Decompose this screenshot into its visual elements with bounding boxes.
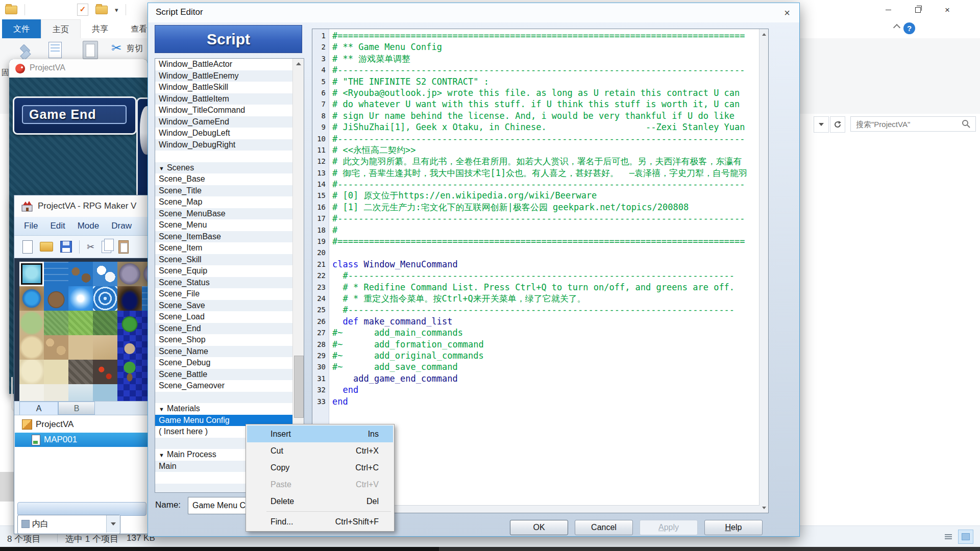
rpg-menu-mode[interactable]: Mode [78,221,100,231]
tile-light-burst[interactable] [68,286,93,311]
collapse-ribbon-icon[interactable] [892,23,902,31]
tile-snow-1[interactable] [19,384,44,401]
script-list-item[interactable]: Scene_Status [155,277,293,289]
scrollbar-thumb[interactable] [294,356,304,418]
save-project-icon[interactable] [60,241,72,253]
new-project-icon[interactable] [22,240,33,254]
code-line[interactable]: 14#-------------------------------------… [312,179,760,190]
tile-gravel[interactable] [68,360,93,384]
code-line[interactable]: 11# <<永恒高二契约>> [312,144,760,156]
tile-stone-pool[interactable] [117,262,142,286]
code-line[interactable]: 33end [312,396,760,407]
explorer-tab-共享[interactable]: 共享 [81,19,119,38]
tile-lava-rock[interactable] [93,360,117,384]
code-line[interactable]: 6# <Ryouba@outlook.jp> wrote this file. … [312,87,760,98]
tile-water-pool-selected[interactable] [19,262,44,286]
script-list-item[interactable]: Scene_ItemBase [155,231,293,243]
code-line[interactable]: 17#-------------------------------------… [312,213,760,224]
scroll-down-icon[interactable] [760,503,768,513]
new-folder-icon[interactable] [95,6,108,14]
script-list-item[interactable]: Window_DebugRight [155,139,293,151]
code-line[interactable]: 32 end [312,384,760,395]
script-list-item[interactable]: Scene_Shop [155,334,293,346]
code-line[interactable]: 20 [312,247,760,258]
cut-icon[interactable]: ✂ [111,41,121,55]
palette-tab-a[interactable]: A [19,402,58,415]
cut-icon[interactable]: ✂ [87,241,94,253]
script-list-item[interactable]: Scene_Gameover [155,380,293,392]
search-icon[interactable] [962,119,970,128]
code-line[interactable]: 30#~ add_save_command [312,361,760,372]
tile-whirlpool[interactable] [93,286,117,311]
script-list-category[interactable]: ▼Materials [155,403,293,415]
script-list-item[interactable]: Scene_MenuBase [155,208,293,220]
code-line[interactable]: 2# ** Game Menu Config [312,41,760,53]
tile-ice-edge[interactable] [68,384,93,401]
code-line[interactable]: 10#-------------------------------------… [312,133,760,144]
script-list-item[interactable]: Window_TitleCommand [155,105,293,116]
game-end-command-cursor[interactable]: Game End [22,105,127,124]
code-line[interactable]: 24 # * 重定义指令菜单。按Ctrl+Q来开关菜单，绿了它就关了。 [312,293,760,304]
explorer-tab-主页[interactable]: 主页 [41,19,81,39]
code-line[interactable]: 29#~ add_original_commands [312,350,760,361]
code-line[interactable]: 19#=====================================… [312,236,760,247]
script-list-item[interactable]: Scene_Skill [155,254,293,266]
thumbnail-view-icon[interactable] [958,530,973,544]
address-dropdown-icon[interactable] [814,116,829,133]
tile-coral[interactable] [117,335,142,360]
scroll-up-icon[interactable] [293,59,304,69]
copy-icon[interactable] [102,241,111,253]
script-list-item[interactable]: Scene_File [155,288,293,300]
code-line[interactable]: 7# do whatever U want with this stuff. i… [312,98,760,110]
tile-sand-plain[interactable] [68,335,93,360]
script-list-item[interactable]: Scene_Item [155,242,293,254]
tile-grass-patch[interactable] [19,311,44,335]
code-line[interactable]: 18# [312,224,760,236]
paste-icon[interactable] [83,41,98,59]
code-line[interactable]: 15# [0] 原文位于https://en.wikipedia.org/wik… [312,190,760,201]
rpg-menu-file[interactable]: File [24,221,38,231]
script-list-item[interactable]: Window_DebugLeft [155,128,293,139]
tile-mountain-isle[interactable] [44,286,68,311]
script-list-item[interactable]: Scene_Name [155,346,293,358]
script-list-item[interactable]: Scene_Battle [155,369,293,381]
script-list-item[interactable]: Scene_Load [155,311,293,323]
tile-ice-water[interactable] [93,384,117,401]
help-icon[interactable]: ? [903,22,915,34]
script-list-item[interactable]: Window_GameEnd [155,116,293,128]
context-menu-item-insert[interactable]: InsertIns [247,425,393,442]
tile-snow-2[interactable] [44,384,68,401]
cut-label[interactable]: 剪切 [127,43,143,54]
scroll-up-icon[interactable] [760,29,768,39]
tile-cream[interactable] [19,360,44,384]
code-line[interactable]: 12# 此文为龍羽所纂。旦有此书，全卷任君所用。如若大人赏识，署名于后可也。另，… [312,156,760,167]
tile-palm[interactable] [117,360,142,384]
tile-grass-bright[interactable] [68,311,93,335]
code-line[interactable]: 16# [1] 二次元生产力:宅文化下的互联网创新|极客公园 geekpark.… [312,202,760,213]
context-menu-item-delete[interactable]: DeleteDel [247,493,393,510]
script-list-category[interactable]: ▼Scenes [155,162,293,174]
properties-check-icon[interactable]: ✓ [77,4,88,16]
code-line[interactable]: 9# JiShuZhai[1], Geek x Otaku, in Chines… [312,121,760,133]
code-line[interactable]: 4#--------------------------------------… [312,64,760,76]
rpg-menu-draw[interactable]: Draw [111,221,132,231]
code-line[interactable]: 23 # * Redifine Command List. Press Ctrl… [312,282,760,293]
code-line[interactable]: 1#======================================… [312,30,760,41]
code-line[interactable]: 5# "THE INFINITE S2 CONTRACT" : [312,76,760,87]
tile-bush[interactable] [117,311,142,335]
code-line[interactable]: 3# ** 游戏菜单调整 [312,53,760,64]
script-list-item[interactable]: Window_BattleSkill [155,82,293,93]
code-line[interactable]: 31 add_game_end_command [312,373,760,384]
code-line[interactable]: 22 #------------------------------------… [312,270,760,281]
context-menu-item-copy[interactable]: CopyCtrl+C [247,459,393,476]
refresh-icon[interactable] [830,116,845,133]
script-list-item[interactable]: Scene_Save [155,300,293,312]
code-line[interactable]: 27#~ add_main_commands [312,327,760,338]
close-button[interactable]: × [933,0,962,19]
script-list-item[interactable]: Scene_Menu [155,219,293,231]
game-window-titlebar[interactable]: ProjectVA [9,59,148,78]
script-editor-titlebar[interactable]: Script Editor [148,3,799,22]
layer-combobox[interactable]: 内白 [17,515,120,534]
script-list-item[interactable]: Window_BattleActor [155,59,293,70]
script-list-item[interactable]: Scene_End [155,323,293,335]
